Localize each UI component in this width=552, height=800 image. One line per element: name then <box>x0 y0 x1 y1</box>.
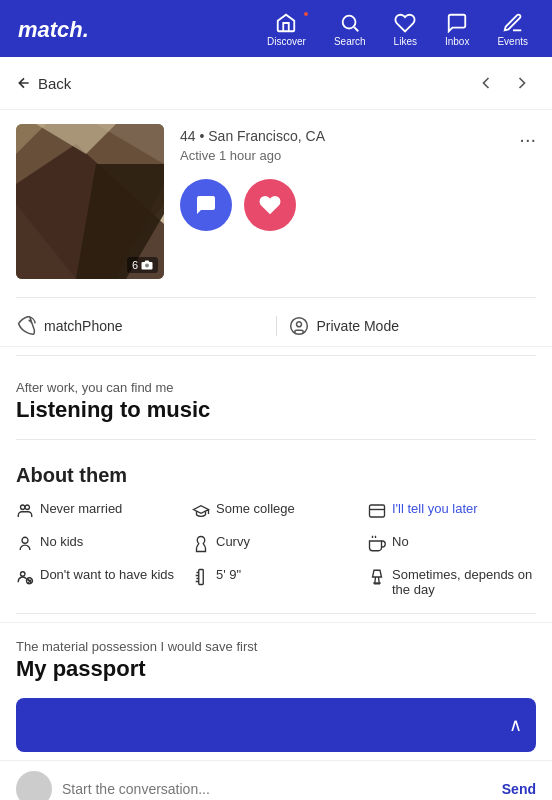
divider-3 <box>16 439 536 440</box>
nav-discover[interactable]: Discover <box>253 8 320 51</box>
private-mode-icon <box>289 316 309 336</box>
body-icon <box>192 535 210 553</box>
svg-rect-19 <box>199 570 204 585</box>
back-button[interactable]: Back <box>16 75 71 92</box>
home-icon <box>275 12 297 34</box>
phone-icon <box>16 316 36 336</box>
about-body-text: Curvy <box>216 534 250 549</box>
about-body: Curvy <box>192 534 360 553</box>
nav-likes-label: Likes <box>394 36 417 47</box>
nav-search-label: Search <box>334 36 366 47</box>
match-phone-button[interactable]: matchPhone <box>16 316 264 336</box>
about-income: I'll tell you later <box>368 501 536 520</box>
svg-point-8 <box>290 318 307 335</box>
navbar: match. Discover Search Likes <box>0 0 552 57</box>
chat-avatar <box>16 771 52 800</box>
message-icon <box>194 193 218 217</box>
profile-nav-arrows <box>472 69 536 97</box>
feature-divider <box>276 316 277 336</box>
education-icon <box>192 502 210 520</box>
smoke-icon <box>368 535 386 553</box>
search-icon <box>339 12 361 34</box>
nav-inbox-label: Inbox <box>445 36 469 47</box>
back-label: Back <box>38 75 71 92</box>
svg-point-16 <box>21 572 26 577</box>
nav-events[interactable]: Events <box>483 8 542 51</box>
svg-point-7 <box>145 264 149 268</box>
about-future-kids: Don't want to have kids <box>16 567 184 597</box>
nav-events-label: Events <box>497 36 528 47</box>
chat-bar: Send <box>0 760 552 800</box>
relationship-icon <box>16 502 34 520</box>
topbar: Back <box>0 57 552 110</box>
svg-point-9 <box>296 322 301 327</box>
chat-input[interactable] <box>62 781 492 797</box>
profile-active-status: Active 1 hour ago <box>180 148 536 163</box>
after-work-title: Listening to music <box>16 397 536 423</box>
about-education-text: Some college <box>216 501 295 516</box>
blue-banner[interactable]: ∧ <box>16 698 536 752</box>
drink-icon <box>368 568 386 586</box>
future-kids-icon <box>16 568 34 586</box>
private-mode-button[interactable]: Private Mode <box>289 316 537 336</box>
about-education: Some college <box>192 501 360 520</box>
profile-photo-image <box>16 124 164 279</box>
more-options-button[interactable]: ... <box>519 124 536 147</box>
svg-rect-12 <box>370 505 385 517</box>
nav-dot <box>302 10 310 18</box>
about-height-text: 5' 9" <box>216 567 241 582</box>
about-grid: Never married Some college I'll tell you… <box>16 501 536 597</box>
about-kids: No kids <box>16 534 184 553</box>
nav-search[interactable]: Search <box>320 8 380 51</box>
svg-point-13 <box>22 537 28 543</box>
divider-2 <box>16 355 536 356</box>
about-income-link[interactable]: I'll tell you later <box>392 501 478 516</box>
feature-row: matchPhone Private Mode <box>0 306 552 347</box>
heart-icon <box>394 12 416 34</box>
next-arrow-icon <box>512 73 532 93</box>
divider-4 <box>16 613 536 614</box>
about-kids-text: No kids <box>40 534 83 549</box>
profile-photo[interactable]: 6 <box>16 124 164 279</box>
svg-point-0 <box>342 16 355 29</box>
like-heart-icon <box>258 193 282 217</box>
children-icon <box>16 535 34 553</box>
prev-profile-button[interactable] <box>472 69 500 97</box>
prev-arrow-icon <box>476 73 496 93</box>
nav-likes[interactable]: Likes <box>380 8 431 51</box>
nav-inbox[interactable]: Inbox <box>431 8 483 51</box>
profile-info: 44 • San Francisco, CA Active 1 hour ago <box>180 124 536 279</box>
nav-discover-label: Discover <box>267 36 306 47</box>
nav-items: Discover Search Likes Inbox <box>253 8 542 51</box>
about-relationship: Never married <box>16 501 184 520</box>
match-phone-label: matchPhone <box>44 318 123 334</box>
banner-chevron-icon: ∧ <box>509 714 522 736</box>
about-relationship-text: Never married <box>40 501 122 516</box>
like-button[interactable] <box>244 179 296 231</box>
app-logo: match. <box>10 17 89 43</box>
profile-actions <box>180 179 536 231</box>
private-mode-label: Private Mode <box>317 318 399 334</box>
about-future-kids-text: Don't want to have kids <box>40 567 174 582</box>
svg-point-11 <box>25 505 30 510</box>
next-profile-button[interactable] <box>508 69 536 97</box>
after-work-section: After work, you can find me Listening to… <box>0 364 552 431</box>
after-work-subtitle: After work, you can find me <box>16 380 536 395</box>
message-button[interactable] <box>180 179 232 231</box>
about-smoke: No <box>368 534 536 553</box>
possession-subtitle: The material possession I would save fir… <box>16 639 536 654</box>
possession-title: My passport <box>16 656 536 682</box>
about-section: About them Never married Some college <box>0 448 552 605</box>
back-arrow-icon <box>16 75 32 91</box>
about-height: 5' 9" <box>192 567 360 597</box>
profile-section: 6 44 • San Francisco, CA Active 1 hour a… <box>0 110 552 289</box>
send-button[interactable]: Send <box>502 781 536 797</box>
inbox-icon <box>446 12 468 34</box>
height-icon <box>192 568 210 586</box>
possession-section: The material possession I would save fir… <box>0 622 552 690</box>
events-icon <box>502 12 524 34</box>
about-title: About them <box>16 464 536 487</box>
about-drink-text: Sometimes, depends on the day <box>392 567 536 597</box>
divider-1 <box>16 297 536 298</box>
photo-count: 6 <box>127 257 158 273</box>
